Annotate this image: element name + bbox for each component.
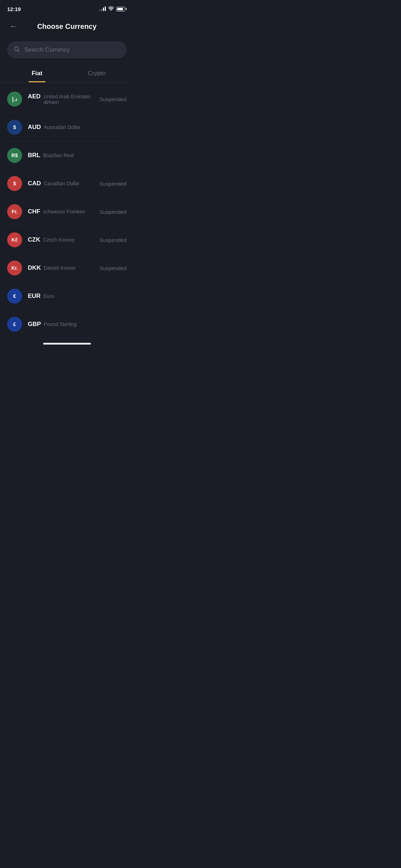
currency-info: GBPPound Sterling (28, 321, 127, 328)
currency-name: Pound Sterling (44, 321, 77, 327)
back-button[interactable]: ← (7, 20, 20, 33)
search-input[interactable]: Search Currency (24, 46, 70, 53)
wifi-icon (108, 6, 114, 12)
tab-crypto[interactable]: Crypto (67, 66, 127, 82)
currency-item-czk[interactable]: KčCZKCzech KorunySuspended (7, 226, 127, 254)
header: ← Choose Currency (0, 16, 134, 38)
currency-list: د.إAEDUnited Arab Emirates dirhamSuspend… (0, 85, 134, 339)
currency-status: Suspended (99, 209, 127, 215)
currency-info: BRLBrazilian Real (28, 152, 127, 159)
currency-info: CZKCzech Koruny (28, 236, 99, 243)
currency-item-gbp[interactable]: £GBPPound Sterling (7, 310, 127, 339)
currency-info: CHFschweizer Franken (28, 208, 99, 215)
currency-status: Suspended (99, 181, 127, 187)
currency-info: EUREuro (28, 293, 127, 300)
currency-status: Suspended (99, 237, 127, 243)
search-box[interactable]: Search Currency (7, 41, 127, 58)
currency-icon-brl: R$ (7, 148, 22, 163)
currency-code: CZK (28, 236, 40, 243)
currency-code: AED (28, 93, 41, 100)
currency-code: GBP (28, 321, 41, 328)
currency-info: AUDAustralian Dollar (28, 124, 127, 131)
currency-icon-chf: Fr. (7, 204, 22, 219)
tab-fiat[interactable]: Fiat (7, 66, 67, 82)
currency-code: BRL (28, 152, 40, 159)
currency-icon-eur: € (7, 289, 22, 304)
currency-item-chf[interactable]: Fr.CHFschweizer FrankenSuspended (7, 198, 127, 226)
currency-name: Canadian Dollar (44, 181, 79, 186)
svg-line-1 (18, 51, 20, 52)
page-title: Choose Currency (37, 22, 97, 31)
currency-name: Euro (43, 293, 54, 299)
currency-name: Danish Kroner (44, 265, 76, 271)
currency-name: Czech Koruny (43, 237, 74, 243)
tabs-container: Fiat Crypto (0, 66, 134, 82)
currency-code: CAD (28, 180, 41, 187)
currency-info: AEDUnited Arab Emirates dirham (28, 93, 99, 105)
currency-item-aud[interactable]: $AUDAustralian Dollar (7, 113, 127, 141)
status-bar: 12:19 (0, 0, 134, 16)
currency-icon-aud: $ (7, 120, 22, 135)
battery-icon (116, 7, 127, 11)
currency-item-aed[interactable]: د.إAEDUnited Arab Emirates dirhamSuspend… (7, 85, 127, 113)
currency-name: Australian Dollar (44, 124, 81, 130)
currency-status: Suspended (99, 96, 127, 102)
currency-icon-aed: د.إ (7, 92, 22, 107)
signal-icon (99, 7, 106, 11)
currency-item-brl[interactable]: R$BRLBrazilian Real (7, 141, 127, 170)
currency-item-dkk[interactable]: Kr.DKKDanish KronerSuspended (7, 254, 127, 282)
currency-name: United Arab Emirates dirham (43, 94, 99, 105)
status-time: 12:19 (7, 6, 21, 12)
currency-icon-gbp: £ (7, 317, 22, 332)
search-container: Search Currency (0, 38, 134, 66)
currency-code: DKK (28, 264, 41, 272)
search-icon (14, 46, 20, 54)
currency-icon-czk: Kč (7, 232, 22, 247)
currency-status: Suspended (99, 265, 127, 271)
currency-icon-dkk: Kr. (7, 260, 22, 275)
currency-info: CADCanadian Dollar (28, 180, 99, 187)
back-arrow-icon: ← (10, 22, 17, 31)
svg-point-0 (15, 47, 19, 51)
home-bar (43, 343, 91, 345)
currency-icon-cad: $ (7, 176, 22, 191)
currency-item-cad[interactable]: $CADCanadian DollarSuspended (7, 170, 127, 198)
currency-item-eur[interactable]: €EUREuro (7, 282, 127, 310)
currency-code: EUR (28, 293, 41, 300)
status-icons (99, 6, 127, 12)
currency-info: DKKDanish Kroner (28, 264, 99, 272)
currency-code: AUD (28, 124, 41, 131)
home-indicator (0, 339, 134, 347)
currency-name: schweizer Franken (43, 209, 85, 215)
currency-code: CHF (28, 208, 40, 215)
currency-name: Brazilian Real (43, 153, 74, 158)
